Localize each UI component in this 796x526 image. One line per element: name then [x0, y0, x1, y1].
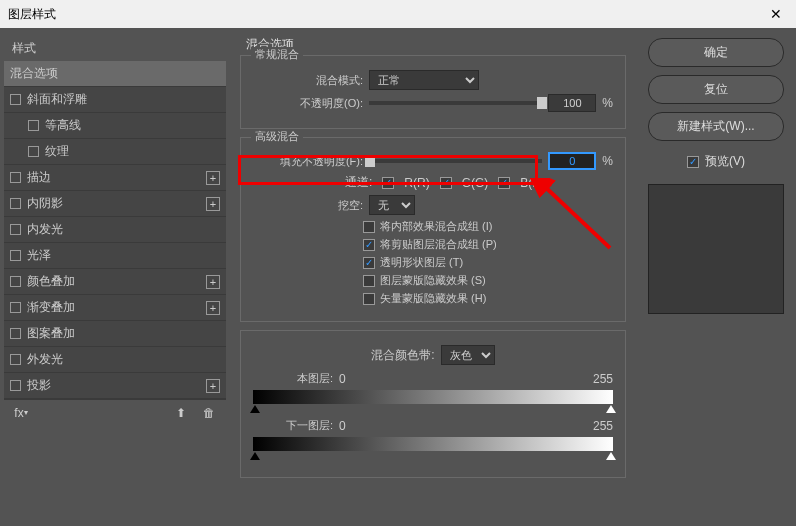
under-layer-gradient[interactable]	[253, 437, 613, 451]
style-item-label: 斜面和浮雕	[27, 91, 87, 108]
opt3-check[interactable]	[363, 257, 375, 269]
preview-label: 预览(V)	[705, 153, 745, 170]
this-layer-gradient[interactable]	[253, 390, 613, 404]
style-item-7[interactable]: 光泽	[4, 243, 226, 269]
style-check-icon[interactable]	[10, 380, 21, 391]
style-item-label: 颜色叠加	[27, 273, 75, 290]
style-item-9[interactable]: 渐变叠加+	[4, 295, 226, 321]
styles-panel: 样式 混合选项斜面和浮雕等高线纹理描边+内阴影+内发光光泽颜色叠加+渐变叠加+图…	[0, 28, 230, 526]
preview-box	[648, 184, 784, 314]
fill-opacity-input[interactable]	[548, 152, 596, 170]
style-check-icon[interactable]	[10, 94, 21, 105]
style-item-label: 图案叠加	[27, 325, 75, 342]
window-title: 图层样式	[8, 6, 56, 23]
options-panel: 混合选项 常规混合 混合模式: 正常 不透明度(O): % 高级混合 填充不透明…	[230, 28, 636, 526]
opacity-slider[interactable]	[369, 101, 542, 105]
style-check-icon[interactable]	[10, 276, 21, 287]
opacity-input[interactable]	[548, 94, 596, 112]
style-item-label: 描边	[27, 169, 51, 186]
style-item-label: 投影	[27, 377, 51, 394]
cancel-button[interactable]: 复位	[648, 75, 784, 104]
style-item-label: 混合选项	[10, 65, 58, 82]
add-icon[interactable]: +	[206, 301, 220, 315]
style-item-label: 等高线	[45, 117, 81, 134]
style-item-12[interactable]: 投影+	[4, 373, 226, 399]
style-check-icon[interactable]	[10, 172, 21, 183]
blend-mode-select[interactable]: 正常	[369, 70, 479, 90]
advanced-legend: 高级混合	[251, 129, 303, 144]
opt5-check[interactable]	[363, 293, 375, 305]
general-blend-group: 常规混合 混合模式: 正常 不透明度(O): %	[240, 55, 626, 129]
opacity-label: 不透明度(O):	[253, 96, 363, 111]
style-item-11[interactable]: 外发光	[4, 347, 226, 373]
style-item-6[interactable]: 内发光	[4, 217, 226, 243]
knockout-label: 挖空:	[253, 198, 363, 213]
this-layer-label: 本图层:	[253, 371, 333, 386]
percent-label-2: %	[602, 154, 613, 168]
style-check-icon[interactable]	[28, 146, 39, 157]
new-style-button[interactable]: 新建样式(W)...	[648, 112, 784, 141]
style-item-label: 外发光	[27, 351, 63, 368]
add-icon[interactable]: +	[206, 197, 220, 211]
style-item-label: 光泽	[27, 247, 51, 264]
styles-header: 样式	[4, 36, 226, 61]
panel-title: 混合选项	[246, 36, 626, 53]
style-check-icon[interactable]	[28, 120, 39, 131]
style-item-8[interactable]: 颜色叠加+	[4, 269, 226, 295]
style-check-icon[interactable]	[10, 198, 21, 209]
trash-icon[interactable]: 🗑	[200, 404, 218, 422]
style-check-icon[interactable]	[10, 302, 21, 313]
arrow-up-icon[interactable]: ⬆	[172, 404, 190, 422]
opt2-check[interactable]	[363, 239, 375, 251]
buttons-panel: 确定 复位 新建样式(W)... 预览(V)	[636, 28, 796, 526]
opt4-check[interactable]	[363, 275, 375, 287]
fx-icon[interactable]: fx▾	[12, 404, 30, 422]
style-item-5[interactable]: 内阴影+	[4, 191, 226, 217]
blendif-group: 混合颜色带: 灰色 本图层: 0 255 下一图层: 0 255	[240, 330, 626, 478]
percent-label: %	[602, 96, 613, 110]
add-icon[interactable]: +	[206, 171, 220, 185]
add-icon[interactable]: +	[206, 275, 220, 289]
style-check-icon[interactable]	[10, 224, 21, 235]
style-item-label: 内发光	[27, 221, 63, 238]
style-item-label: 纹理	[45, 143, 69, 160]
style-item-0[interactable]: 混合选项	[4, 61, 226, 87]
style-item-label: 渐变叠加	[27, 299, 75, 316]
style-item-10[interactable]: 图案叠加	[4, 321, 226, 347]
add-icon[interactable]: +	[206, 379, 220, 393]
style-item-2[interactable]: 等高线	[4, 113, 226, 139]
blendif-select[interactable]: 灰色	[441, 345, 495, 365]
ok-button[interactable]: 确定	[648, 38, 784, 67]
opt1-check[interactable]	[363, 221, 375, 233]
blendif-label: 混合颜色带:	[371, 347, 434, 364]
style-check-icon[interactable]	[10, 250, 21, 261]
channel-label: 通道:	[345, 174, 372, 191]
blend-mode-label: 混合模式:	[253, 73, 363, 88]
channel-r-check[interactable]	[382, 177, 394, 189]
style-item-label: 内阴影	[27, 195, 63, 212]
channel-g-check[interactable]	[440, 177, 452, 189]
titlebar: 图层样式 ✕	[0, 0, 796, 28]
close-icon[interactable]: ✕	[764, 2, 788, 26]
general-legend: 常规混合	[251, 47, 303, 62]
channel-b-check[interactable]	[498, 177, 510, 189]
preview-check[interactable]	[687, 156, 699, 168]
under-layer-label: 下一图层:	[253, 418, 333, 433]
style-item-3[interactable]: 纹理	[4, 139, 226, 165]
styles-footer: fx▾ ⬆ 🗑	[4, 399, 226, 425]
fill-opacity-slider[interactable]	[369, 159, 542, 163]
style-check-icon[interactable]	[10, 328, 21, 339]
style-item-1[interactable]: 斜面和浮雕	[4, 87, 226, 113]
advanced-blend-group: 高级混合 填充不透明度(F): % 通道: R(R) G(G) B(B) 挖空:…	[240, 137, 626, 322]
style-check-icon[interactable]	[10, 354, 21, 365]
style-item-4[interactable]: 描边+	[4, 165, 226, 191]
fill-opacity-label: 填充不透明度(F):	[253, 154, 363, 169]
styles-list: 混合选项斜面和浮雕等高线纹理描边+内阴影+内发光光泽颜色叠加+渐变叠加+图案叠加…	[4, 61, 226, 399]
knockout-select[interactable]: 无	[369, 195, 415, 215]
